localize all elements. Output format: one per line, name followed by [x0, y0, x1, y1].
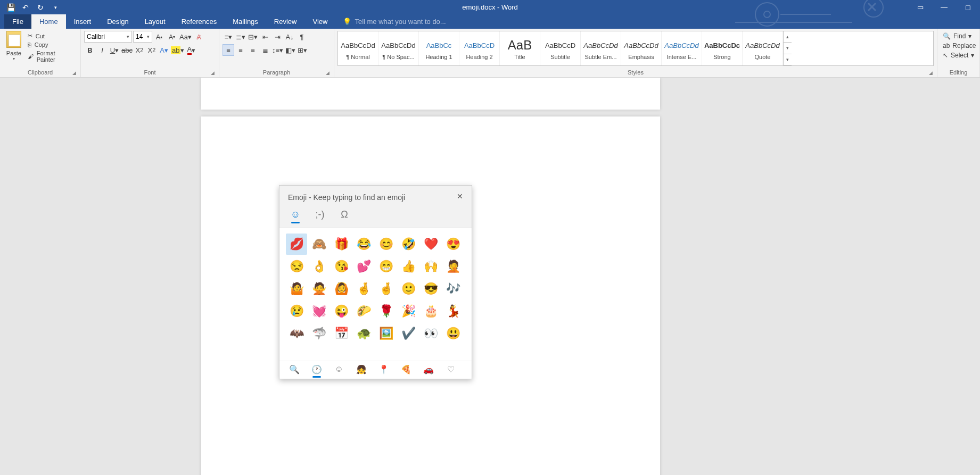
shrink-font-button[interactable]: A▾	[166, 31, 178, 43]
emoji-cell[interactable]: 🌮	[353, 301, 374, 322]
emoji-cell[interactable]: ✔️	[398, 323, 419, 344]
shading-button[interactable]: ◧▾	[284, 44, 296, 56]
emoji-cell[interactable]: 😢	[286, 301, 307, 322]
emoji-category[interactable]: 📍	[377, 364, 390, 374]
decrease-indent-button[interactable]: ⇤	[259, 31, 271, 43]
emoji-cell[interactable]: 🖼️	[375, 323, 397, 344]
emoji-cell[interactable]: 🙅	[308, 278, 330, 299]
emoji-cell[interactable]: 🦇	[286, 323, 307, 344]
emoji-cell[interactable]: 🤣	[398, 234, 419, 255]
line-spacing-button[interactable]: ↕≡▾	[271, 44, 284, 56]
emoji-cell[interactable]: 🎁	[331, 234, 352, 255]
tab-file[interactable]: File	[4, 14, 31, 29]
tab-review[interactable]: Review	[266, 14, 305, 29]
tell-me-search[interactable]: 💡 Tell me what you want to do...	[343, 14, 446, 29]
close-icon[interactable]: ✕	[454, 190, 466, 203]
tab-design[interactable]: Design	[99, 14, 136, 29]
emoji-cell[interactable]: 💋	[286, 234, 307, 255]
clipboard-launcher-icon[interactable]: ◢	[72, 70, 76, 76]
highlight-button[interactable]: ab▾	[170, 44, 185, 56]
document-area[interactable]	[0, 78, 980, 475]
qat-customize-icon[interactable]: ▾	[49, 2, 62, 13]
emoji-category[interactable]: 🚗	[422, 364, 435, 374]
find-button[interactable]: 🔍Find ▾	[941, 32, 976, 40]
increase-indent-button[interactable]: ⇥	[271, 31, 283, 43]
emoji-cell[interactable]: 🙈	[308, 234, 330, 255]
emoji-cell[interactable]: 👌	[308, 256, 330, 277]
tab-home[interactable]: Home	[31, 14, 66, 29]
emoji-cell[interactable]: 😒	[286, 256, 307, 277]
styles-launcher-icon[interactable]: ◢	[929, 70, 933, 76]
minimize-icon[interactable]: —	[932, 0, 956, 14]
numbering-button[interactable]: ≣▾	[235, 31, 246, 43]
emoji-cell[interactable]: 😎	[420, 278, 441, 299]
align-center-button[interactable]: ≡	[235, 44, 246, 56]
emoji-cell[interactable]: 🙆	[331, 278, 352, 299]
emoji-cell[interactable]: 😜	[331, 301, 352, 322]
emoji-tab-emoji[interactable]: ☺	[288, 209, 303, 223]
emoji-cell[interactable]: 🌹	[375, 301, 397, 322]
style-item[interactable]: AaBbCcDcStrong	[702, 31, 743, 65]
maximize-icon[interactable]: ◻	[956, 0, 980, 14]
style-item[interactable]: AaBbCcDdSubtle Em...	[581, 31, 621, 65]
emoji-category[interactable]: 🕐	[310, 364, 323, 374]
emoji-cell[interactable]: 💓	[308, 301, 330, 322]
align-left-button[interactable]: ≡	[223, 44, 234, 56]
emoji-cell[interactable]: 😍	[442, 234, 464, 255]
save-icon[interactable]: 💾	[4, 2, 17, 13]
style-item[interactable]: AaBbCcDdEmphasis	[621, 31, 662, 65]
emoji-category[interactable]: 👧	[355, 364, 368, 374]
select-button[interactable]: ↖Select ▾	[941, 51, 976, 60]
subscript-button[interactable]: X2	[134, 44, 145, 56]
emoji-cell[interactable]: 😘	[331, 256, 352, 277]
emoji-cell[interactable]: 😊	[375, 234, 397, 255]
clear-formatting-button[interactable]: A̷	[193, 31, 205, 43]
font-size-combo[interactable]: 14▾	[133, 31, 152, 43]
style-item[interactable]: AaBbCcDHeading 2	[459, 31, 500, 65]
emoji-tab-symbols[interactable]: Ω	[337, 209, 352, 223]
tab-insert[interactable]: Insert	[66, 14, 100, 29]
emoji-category[interactable]: ☺	[333, 364, 345, 374]
ribbon-options-icon[interactable]: ▭	[908, 0, 932, 14]
emoji-cell[interactable]: ❤️	[420, 234, 441, 255]
font-color-button[interactable]: A▾	[185, 44, 197, 56]
replace-button[interactable]: abReplace	[941, 41, 976, 50]
text-effects-button[interactable]: A▾	[158, 44, 170, 56]
emoji-cell[interactable]: 🤷	[286, 278, 307, 299]
tab-references[interactable]: References	[174, 14, 225, 29]
emoji-cell[interactable]: 👀	[420, 323, 441, 344]
emoji-cell[interactable]: 🙌	[420, 256, 441, 277]
emoji-cell[interactable]: 👍	[398, 256, 419, 277]
emoji-cell[interactable]: 🎂	[420, 301, 441, 322]
bullets-button[interactable]: ≡▾	[223, 31, 234, 43]
bold-button[interactable]: B	[84, 44, 96, 56]
tab-view[interactable]: View	[304, 14, 335, 29]
italic-button[interactable]: I	[96, 44, 108, 56]
align-right-button[interactable]: ≡	[247, 44, 259, 56]
grow-font-button[interactable]: A▴	[153, 31, 165, 43]
emoji-cell[interactable]: 💃	[442, 301, 464, 322]
change-case-button[interactable]: Aa▾	[179, 31, 192, 43]
emoji-cell[interactable]: 🤞	[353, 278, 374, 299]
redo-icon[interactable]: ↻	[34, 2, 47, 13]
emoji-cell[interactable]: 🎶	[442, 278, 464, 299]
paste-button[interactable]: Paste ▾	[3, 31, 24, 69]
multilevel-button[interactable]: ⊟▾	[247, 31, 259, 43]
undo-icon[interactable]: ↶	[19, 2, 32, 13]
emoji-cell[interactable]: 📅	[331, 323, 352, 344]
emoji-cell[interactable]: 💕	[353, 256, 374, 277]
font-launcher-icon[interactable]: ◢	[211, 70, 215, 76]
style-item[interactable]: AaBbCcDSubtitle	[540, 31, 581, 65]
emoji-cell[interactable]: 🦈	[308, 323, 330, 344]
copy-button[interactable]: ⎘Copy	[26, 41, 77, 48]
show-marks-button[interactable]: ¶	[296, 31, 308, 43]
style-item[interactable]: AaBTitle	[500, 31, 540, 65]
underline-button[interactable]: U▾	[109, 44, 120, 56]
style-item[interactable]: AaBbCcDd¶ No Spac...	[378, 31, 419, 65]
borders-button[interactable]: ⊞▾	[297, 44, 308, 56]
style-item[interactable]: AaBbCcDdIntense E...	[662, 31, 702, 65]
format-painter-button[interactable]: 🖌Format Painter	[26, 49, 77, 63]
emoji-cell[interactable]: 😁	[375, 256, 397, 277]
emoji-cell[interactable]: 🤞	[375, 278, 397, 299]
emoji-category[interactable]: 🔍	[288, 364, 301, 374]
